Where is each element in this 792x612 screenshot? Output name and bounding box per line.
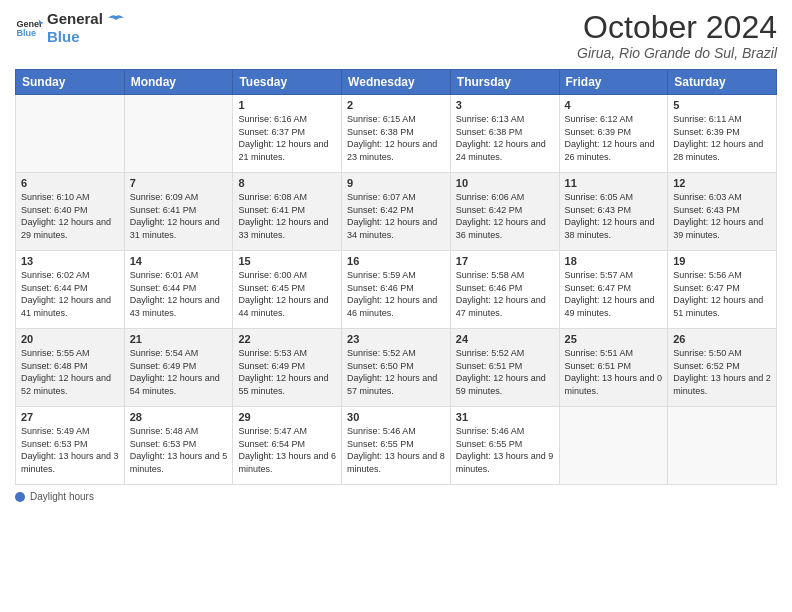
day-number: 21 [130, 333, 228, 345]
day-info: Sunrise: 5:57 AMSunset: 6:47 PMDaylight:… [565, 269, 663, 319]
weekday-header-saturday: Saturday [668, 70, 777, 95]
calendar-cell: 5Sunrise: 6:11 AMSunset: 6:39 PMDaylight… [668, 95, 777, 173]
calendar-week-row: 6Sunrise: 6:10 AMSunset: 6:40 PMDaylight… [16, 173, 777, 251]
day-number: 25 [565, 333, 663, 345]
calendar-cell: 26Sunrise: 5:50 AMSunset: 6:52 PMDayligh… [668, 329, 777, 407]
calendar-cell [124, 95, 233, 173]
day-info: Sunrise: 6:08 AMSunset: 6:41 PMDaylight:… [238, 191, 336, 241]
day-number: 7 [130, 177, 228, 189]
weekday-header-wednesday: Wednesday [342, 70, 451, 95]
calendar-cell: 21Sunrise: 5:54 AMSunset: 6:49 PMDayligh… [124, 329, 233, 407]
calendar-cell: 3Sunrise: 6:13 AMSunset: 6:38 PMDaylight… [450, 95, 559, 173]
location: Girua, Rio Grande do Sul, Brazil [577, 45, 777, 61]
calendar-cell: 25Sunrise: 5:51 AMSunset: 6:51 PMDayligh… [559, 329, 668, 407]
calendar-cell: 27Sunrise: 5:49 AMSunset: 6:53 PMDayligh… [16, 407, 125, 485]
month-title: October 2024 [577, 10, 777, 45]
day-number: 24 [456, 333, 554, 345]
day-info: Sunrise: 5:59 AMSunset: 6:46 PMDaylight:… [347, 269, 445, 319]
title-section: October 2024 Girua, Rio Grande do Sul, B… [577, 10, 777, 61]
calendar-cell [668, 407, 777, 485]
day-number: 15 [238, 255, 336, 267]
calendar-week-row: 27Sunrise: 5:49 AMSunset: 6:53 PMDayligh… [16, 407, 777, 485]
day-number: 20 [21, 333, 119, 345]
day-info: Sunrise: 5:58 AMSunset: 6:46 PMDaylight:… [456, 269, 554, 319]
svg-text:Blue: Blue [16, 28, 36, 38]
calendar-cell: 31Sunrise: 5:46 AMSunset: 6:55 PMDayligh… [450, 407, 559, 485]
day-number: 31 [456, 411, 554, 423]
calendar-cell: 19Sunrise: 5:56 AMSunset: 6:47 PMDayligh… [668, 251, 777, 329]
daylight-hours-legend: Daylight hours [15, 491, 94, 502]
day-number: 26 [673, 333, 771, 345]
day-info: Sunrise: 6:15 AMSunset: 6:38 PMDaylight:… [347, 113, 445, 163]
day-number: 30 [347, 411, 445, 423]
day-info: Sunrise: 6:02 AMSunset: 6:44 PMDaylight:… [21, 269, 119, 319]
day-info: Sunrise: 6:09 AMSunset: 6:41 PMDaylight:… [130, 191, 228, 241]
day-info: Sunrise: 5:56 AMSunset: 6:47 PMDaylight:… [673, 269, 771, 319]
day-info: Sunrise: 5:47 AMSunset: 6:54 PMDaylight:… [238, 425, 336, 475]
day-number: 6 [21, 177, 119, 189]
day-number: 3 [456, 99, 554, 111]
calendar-cell [559, 407, 668, 485]
calendar-page: General Blue General Blue October 2024 G… [0, 0, 792, 612]
calendar-cell: 24Sunrise: 5:52 AMSunset: 6:51 PMDayligh… [450, 329, 559, 407]
day-info: Sunrise: 5:55 AMSunset: 6:48 PMDaylight:… [21, 347, 119, 397]
day-info: Sunrise: 6:10 AMSunset: 6:40 PMDaylight:… [21, 191, 119, 241]
calendar-cell: 1Sunrise: 6:16 AMSunset: 6:37 PMDaylight… [233, 95, 342, 173]
day-number: 4 [565, 99, 663, 111]
day-info: Sunrise: 5:49 AMSunset: 6:53 PMDaylight:… [21, 425, 119, 475]
calendar-cell: 28Sunrise: 5:48 AMSunset: 6:53 PMDayligh… [124, 407, 233, 485]
calendar-cell: 20Sunrise: 5:55 AMSunset: 6:48 PMDayligh… [16, 329, 125, 407]
logo-general: General [47, 10, 124, 28]
day-info: Sunrise: 6:00 AMSunset: 6:45 PMDaylight:… [238, 269, 336, 319]
day-number: 9 [347, 177, 445, 189]
day-info: Sunrise: 5:46 AMSunset: 6:55 PMDaylight:… [456, 425, 554, 475]
calendar-cell: 4Sunrise: 6:12 AMSunset: 6:39 PMDaylight… [559, 95, 668, 173]
calendar-cell: 12Sunrise: 6:03 AMSunset: 6:43 PMDayligh… [668, 173, 777, 251]
day-number: 11 [565, 177, 663, 189]
calendar-cell: 16Sunrise: 5:59 AMSunset: 6:46 PMDayligh… [342, 251, 451, 329]
calendar-week-row: 1Sunrise: 6:16 AMSunset: 6:37 PMDaylight… [16, 95, 777, 173]
day-number: 8 [238, 177, 336, 189]
day-info: Sunrise: 6:06 AMSunset: 6:42 PMDaylight:… [456, 191, 554, 241]
weekday-header-row: SundayMondayTuesdayWednesdayThursdayFrid… [16, 70, 777, 95]
day-number: 19 [673, 255, 771, 267]
day-number: 14 [130, 255, 228, 267]
calendar-cell: 10Sunrise: 6:06 AMSunset: 6:42 PMDayligh… [450, 173, 559, 251]
day-info: Sunrise: 6:11 AMSunset: 6:39 PMDaylight:… [673, 113, 771, 163]
day-number: 22 [238, 333, 336, 345]
weekday-header-sunday: Sunday [16, 70, 125, 95]
day-number: 10 [456, 177, 554, 189]
day-info: Sunrise: 6:16 AMSunset: 6:37 PMDaylight:… [238, 113, 336, 163]
calendar-cell: 22Sunrise: 5:53 AMSunset: 6:49 PMDayligh… [233, 329, 342, 407]
weekday-header-friday: Friday [559, 70, 668, 95]
daylight-hours-label: Daylight hours [30, 491, 94, 502]
day-number: 16 [347, 255, 445, 267]
day-number: 27 [21, 411, 119, 423]
day-number: 5 [673, 99, 771, 111]
weekday-header-thursday: Thursday [450, 70, 559, 95]
logo-blue: Blue [47, 28, 124, 46]
day-number: 17 [456, 255, 554, 267]
logo: General Blue General Blue [15, 10, 124, 46]
day-number: 2 [347, 99, 445, 111]
calendar-cell: 6Sunrise: 6:10 AMSunset: 6:40 PMDaylight… [16, 173, 125, 251]
day-info: Sunrise: 5:50 AMSunset: 6:52 PMDaylight:… [673, 347, 771, 397]
day-info: Sunrise: 5:48 AMSunset: 6:53 PMDaylight:… [130, 425, 228, 475]
calendar-table: SundayMondayTuesdayWednesdayThursdayFrid… [15, 69, 777, 485]
calendar-cell: 13Sunrise: 6:02 AMSunset: 6:44 PMDayligh… [16, 251, 125, 329]
day-info: Sunrise: 5:54 AMSunset: 6:49 PMDaylight:… [130, 347, 228, 397]
day-info: Sunrise: 6:13 AMSunset: 6:38 PMDaylight:… [456, 113, 554, 163]
calendar-cell: 30Sunrise: 5:46 AMSunset: 6:55 PMDayligh… [342, 407, 451, 485]
calendar-week-row: 13Sunrise: 6:02 AMSunset: 6:44 PMDayligh… [16, 251, 777, 329]
calendar-cell: 7Sunrise: 6:09 AMSunset: 6:41 PMDaylight… [124, 173, 233, 251]
logo-text-container: General Blue [47, 10, 124, 46]
logo-icon: General Blue [15, 14, 43, 42]
day-info: Sunrise: 5:46 AMSunset: 6:55 PMDaylight:… [347, 425, 445, 475]
calendar-cell [16, 95, 125, 173]
day-number: 28 [130, 411, 228, 423]
calendar-week-row: 20Sunrise: 5:55 AMSunset: 6:48 PMDayligh… [16, 329, 777, 407]
day-number: 1 [238, 99, 336, 111]
calendar-cell: 11Sunrise: 6:05 AMSunset: 6:43 PMDayligh… [559, 173, 668, 251]
day-number: 29 [238, 411, 336, 423]
day-info: Sunrise: 5:51 AMSunset: 6:51 PMDaylight:… [565, 347, 663, 397]
